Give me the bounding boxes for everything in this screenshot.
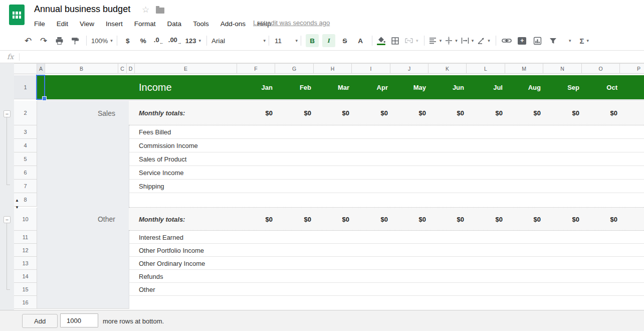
row-header-5[interactable]: 5: [14, 152, 37, 166]
column-header-M[interactable]: M: [505, 63, 543, 74]
month-header-oct[interactable]: Oct: [582, 75, 617, 99]
add-rows-suffix: more rows at bottom.: [103, 310, 164, 331]
cell-total-G10[interactable]: $0: [275, 208, 311, 231]
column-header-N[interactable]: N: [543, 63, 582, 74]
cell-total-H10[interactable]: $0: [314, 208, 349, 231]
cell-total-N2[interactable]: $0: [543, 101, 579, 125]
show-hidden-rows-up-button[interactable]: ▲: [15, 199, 19, 203]
row-header-13[interactable]: 13: [14, 257, 37, 270]
row-border: [129, 269, 644, 270]
column-header-J[interactable]: J: [390, 63, 428, 74]
month-header-mar[interactable]: Mar: [314, 75, 349, 99]
income-title: Income: [139, 75, 172, 99]
row-border: [129, 295, 644, 296]
cell-total-K10[interactable]: $0: [428, 208, 464, 231]
selection-fill-handle[interactable]: [42, 96, 47, 101]
cell-item-row14[interactable]: Refunds: [139, 270, 163, 283]
row-border: [129, 138, 644, 139]
row-header-4[interactable]: 4: [14, 139, 37, 152]
cell-item-row5[interactable]: Sales of Product: [139, 152, 186, 166]
month-header-jul[interactable]: Jul: [467, 75, 503, 99]
cell-total-O2[interactable]: $0: [582, 101, 617, 125]
cell-total-F2[interactable]: $0: [237, 101, 273, 125]
cell-total-I10[interactable]: $0: [352, 208, 388, 231]
row-border: [129, 152, 644, 152]
cell-item-row13[interactable]: Other Ordinary Income: [139, 257, 205, 270]
cell-item-row3[interactable]: Fees Billed: [139, 125, 171, 139]
row-header-11[interactable]: 11: [14, 231, 37, 244]
cell-total-I2[interactable]: $0: [352, 101, 388, 125]
month-header-jun[interactable]: Jun: [428, 75, 464, 99]
cell-item-row11[interactable]: Interest Earned: [139, 231, 183, 244]
group-line: [7, 223, 7, 289]
cell-total-J10[interactable]: $0: [390, 208, 426, 231]
cell-total-N10[interactable]: $0: [543, 208, 579, 231]
panel-divider: [129, 101, 129, 309]
section-label-sales[interactable]: Sales: [45, 101, 115, 125]
column-header-O[interactable]: O: [582, 63, 620, 74]
cell-total-F10[interactable]: $0: [237, 208, 273, 231]
month-header-feb[interactable]: Feb: [275, 75, 311, 99]
month-header-sep[interactable]: Sep: [543, 75, 579, 99]
month-header-apr[interactable]: Apr: [352, 75, 388, 99]
column-header-L[interactable]: L: [467, 63, 505, 74]
cell-total-O10[interactable]: $0: [582, 208, 617, 231]
row-border: [129, 282, 644, 283]
column-header-D[interactable]: D: [127, 63, 135, 74]
group-gutter: [0, 63, 14, 310]
column-header-H[interactable]: H: [314, 63, 352, 74]
cell-item-row7[interactable]: Shipping: [139, 180, 164, 193]
column-header-A[interactable]: A: [37, 63, 45, 74]
group-line: [7, 117, 7, 185]
column-header-G[interactable]: G: [275, 63, 314, 74]
column-header-I[interactable]: I: [352, 63, 390, 74]
cell-total-L10[interactable]: $0: [467, 208, 503, 231]
row-header-15[interactable]: 15: [14, 283, 37, 296]
row-border: [129, 179, 644, 180]
row-header-14[interactable]: 14: [14, 270, 37, 283]
cell-item-row12[interactable]: Other Portfolio Income: [139, 244, 204, 257]
collapse-group-other-button[interactable]: −: [4, 216, 11, 223]
row-border: [129, 256, 644, 257]
cell-total-H2[interactable]: $0: [314, 101, 349, 125]
column-header-F[interactable]: F: [237, 63, 275, 74]
cell-total-J2[interactable]: $0: [390, 101, 426, 125]
column-header-B[interactable]: B: [45, 63, 118, 74]
monthly-totals-label[interactable]: Monthly totals:: [139, 208, 185, 231]
month-header-may[interactable]: May: [390, 75, 426, 99]
row-header-2[interactable]: 2: [14, 101, 37, 125]
sheet-grid: ABCDEFGHIJKLMNOP1234567810111213141516In…: [0, 0, 644, 331]
dotted-border: [129, 207, 644, 208]
column-header-C[interactable]: C: [118, 63, 127, 74]
gridline-under-band: [37, 100, 644, 100]
column-header-P[interactable]: P: [620, 63, 644, 74]
row-header-3[interactable]: 3: [14, 125, 37, 139]
row-header-12[interactable]: 12: [14, 244, 37, 257]
monthly-totals-label[interactable]: Monthly totals:: [139, 101, 185, 125]
column-header-K[interactable]: K: [428, 63, 467, 74]
month-header-aug[interactable]: Aug: [505, 75, 541, 99]
row-header-10[interactable]: 10: [14, 208, 37, 231]
cell-total-L2[interactable]: $0: [467, 101, 503, 125]
month-header-jan[interactable]: Jan: [237, 75, 273, 99]
section-side-panel: [37, 101, 129, 309]
cell-item-row6[interactable]: Service Income: [139, 166, 184, 180]
cell-total-M2[interactable]: $0: [505, 101, 541, 125]
row-header-6[interactable]: 6: [14, 166, 37, 180]
row-header-1[interactable]: 1: [14, 75, 37, 99]
row-header-16[interactable]: 16: [14, 296, 37, 309]
section-label-other[interactable]: Other: [45, 208, 115, 231]
cell-item-row4[interactable]: Commission Income: [139, 139, 198, 152]
row-border: [129, 165, 644, 166]
cell-total-G2[interactable]: $0: [275, 101, 311, 125]
cell-total-K2[interactable]: $0: [428, 101, 464, 125]
add-rows-button[interactable]: Add: [22, 314, 58, 328]
show-hidden-rows-down-button[interactable]: ▼: [15, 206, 19, 210]
column-header-E[interactable]: E: [135, 63, 237, 74]
cell-item-row15[interactable]: Other: [139, 283, 155, 296]
collapse-group-sales-button[interactable]: −: [4, 110, 11, 117]
footer-bar: Add more rows at bottom.: [0, 310, 644, 331]
rows-count-input[interactable]: [60, 313, 98, 327]
cell-total-M10[interactable]: $0: [505, 208, 541, 231]
row-header-7[interactable]: 7: [14, 180, 37, 193]
